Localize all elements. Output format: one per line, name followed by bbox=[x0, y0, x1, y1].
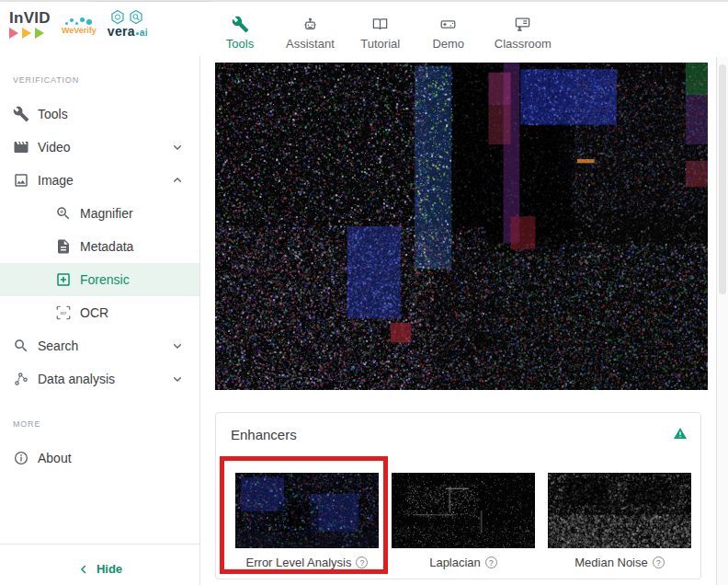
chevron-down-icon bbox=[170, 140, 185, 155]
sidebar-item-search[interactable]: Search bbox=[0, 329, 199, 362]
nav-tab-label: Tutorial bbox=[360, 37, 400, 51]
film-icon bbox=[13, 139, 29, 155]
sidebar-item-ocr[interactable]: ocr OCR bbox=[0, 296, 199, 329]
sidebar-item-forensic[interactable]: Forensic bbox=[0, 263, 199, 296]
section-label-verification: VERIFICATION bbox=[13, 75, 199, 85]
chevron-down-icon bbox=[170, 338, 185, 353]
logo-group: InVID WeVerify veraai bbox=[9, 9, 148, 39]
sidebar-item-label: OCR bbox=[80, 305, 108, 320]
nav-tab-classroom[interactable]: Classroom bbox=[495, 16, 552, 51]
section-label-more: MORE bbox=[13, 419, 199, 429]
book-icon bbox=[371, 16, 389, 33]
median-noise-thumbnail[interactable] bbox=[548, 473, 691, 548]
nav-tab-tools[interactable]: Tools bbox=[218, 16, 262, 51]
robot-icon bbox=[301, 16, 319, 33]
help-icon[interactable]: ? bbox=[653, 556, 665, 568]
sidebar-item-label: Image bbox=[38, 173, 74, 188]
header-bar: InVID WeVerify veraai bbox=[0, 2, 728, 57]
chevron-down-icon bbox=[170, 372, 185, 386]
sidebar-item-image[interactable]: Image bbox=[0, 164, 199, 197]
top-navigation: Tools Assistant Tutorial bbox=[218, 16, 552, 51]
nav-tab-label: Assistant bbox=[286, 37, 335, 51]
enhancer-median-noise[interactable]: Median Noise ? bbox=[548, 473, 691, 569]
laplacian-thumbnail[interactable] bbox=[392, 473, 535, 548]
weverify-logo-dots bbox=[65, 16, 92, 25]
enhancer-label: Laplacian bbox=[429, 556, 481, 569]
invid-logo: InVID bbox=[9, 10, 51, 39]
ocr-icon: ocr bbox=[55, 304, 72, 321]
info-icon bbox=[13, 450, 29, 466]
hide-sidebar-button[interactable]: Hide bbox=[0, 562, 199, 576]
vera-logo-text: veraai bbox=[108, 26, 148, 39]
nav-tab-label: Classroom bbox=[495, 37, 552, 51]
weverify-logo: WeVerify bbox=[62, 16, 97, 35]
enhancer-label: Error Level Analysis bbox=[246, 556, 352, 569]
enhancer-label-row: Median Noise ? bbox=[548, 556, 691, 569]
help-icon[interactable]: ? bbox=[485, 556, 497, 568]
sidebar: VERIFICATION Tools Video Image Magnifier… bbox=[0, 57, 200, 585]
invid-logo-triangles bbox=[9, 28, 51, 39]
vera-logo: veraai bbox=[108, 9, 148, 39]
scrollbar-track[interactable] bbox=[716, 57, 728, 585]
nav-tab-label: Demo bbox=[432, 37, 464, 51]
enhancer-laplacian[interactable]: Laplacian ? bbox=[392, 473, 535, 569]
enhancer-label-row: Laplacian ? bbox=[392, 556, 535, 569]
sidebar-item-metadata[interactable]: Metadata bbox=[0, 230, 199, 263]
sidebar-item-label: Magnifier bbox=[80, 206, 133, 221]
sidebar-item-tools[interactable]: Tools bbox=[0, 98, 199, 131]
sidebar-divider bbox=[0, 544, 199, 545]
vera-dot bbox=[136, 32, 139, 35]
warning-triangle-icon[interactable] bbox=[673, 426, 688, 441]
sidebar-item-label: Search bbox=[38, 338, 78, 353]
zoom-in-icon bbox=[55, 205, 72, 222]
chevron-left-icon bbox=[77, 563, 90, 576]
search-icon bbox=[13, 338, 29, 354]
classroom-icon bbox=[514, 16, 531, 33]
nav-tab-tutorial[interactable]: Tutorial bbox=[358, 16, 403, 51]
enhancer-error-level-analysis[interactable]: Error Level Analysis ? bbox=[235, 473, 379, 569]
enhancers-title: Enhancers bbox=[231, 427, 297, 442]
ela-thumbnail[interactable] bbox=[235, 473, 379, 548]
sidebar-item-magnifier[interactable]: Magnifier bbox=[0, 197, 199, 230]
invid-plugin-window: InVID WeVerify veraai bbox=[0, 0, 728, 585]
sidebar-item-video[interactable]: Video bbox=[0, 131, 199, 164]
scatter-plot-icon bbox=[13, 371, 29, 387]
hide-label: Hide bbox=[97, 562, 122, 576]
add-box-icon bbox=[55, 271, 72, 288]
nav-tab-label: Tools bbox=[226, 37, 254, 51]
svg-text:ocr: ocr bbox=[61, 311, 67, 315]
sidebar-item-label: Metadata bbox=[80, 239, 133, 254]
nav-tab-assistant[interactable]: Assistant bbox=[286, 16, 335, 51]
wrench-icon bbox=[13, 106, 29, 122]
enhancer-label-row: Error Level Analysis ? bbox=[235, 556, 379, 569]
forensic-result-image bbox=[215, 63, 708, 390]
image-icon bbox=[13, 172, 29, 189]
sidebar-item-label: Data analysis bbox=[38, 372, 115, 386]
enhancer-label: Median Noise bbox=[574, 556, 648, 569]
weverify-logo-text: WeVerify bbox=[62, 26, 97, 35]
invid-logo-text: InVID bbox=[9, 10, 51, 26]
help-icon[interactable]: ? bbox=[356, 556, 368, 568]
sidebar-item-label: Forensic bbox=[80, 272, 130, 287]
wrench-icon bbox=[232, 16, 249, 33]
sidebar-item-about[interactable]: About bbox=[0, 442, 199, 475]
sidebar-item-label: About bbox=[38, 451, 72, 465]
chevron-up-icon bbox=[170, 173, 185, 188]
sidebar-item-label: Video bbox=[38, 140, 71, 155]
sidebar-item-data-analysis[interactable]: Data analysis bbox=[0, 362, 199, 396]
document-icon bbox=[55, 238, 72, 255]
sidebar-item-label: Tools bbox=[38, 107, 68, 121]
gamepad-icon bbox=[439, 16, 457, 33]
enhancers-card: Enhancers Error Level Analysis ? Laplaci… bbox=[215, 412, 701, 579]
scrollbar-thumb[interactable] bbox=[719, 64, 726, 294]
main-content: Enhancers Error Level Analysis ? Laplaci… bbox=[201, 57, 716, 585]
nav-tab-demo[interactable]: Demo bbox=[427, 16, 471, 51]
